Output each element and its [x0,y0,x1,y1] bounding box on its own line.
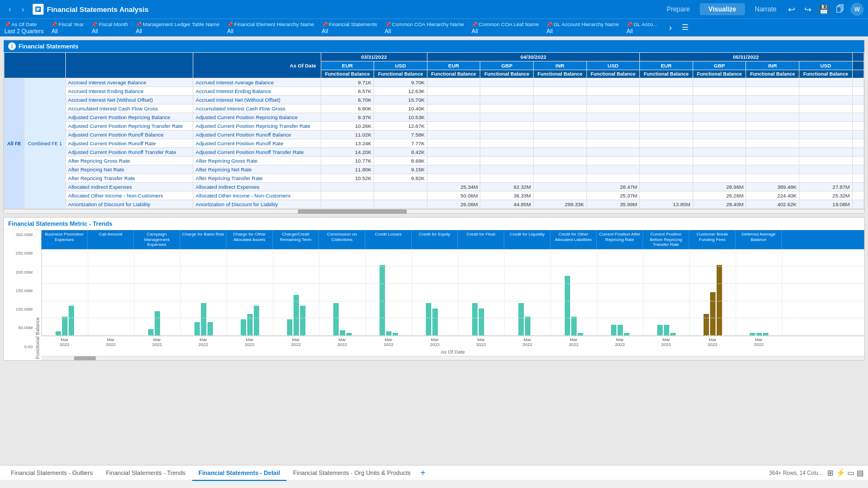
curr-usd-2: USD [586,61,640,70]
date-0331-header: 03/31/2022 [321,53,427,61]
func-6: Functional Balance [586,70,640,78]
filter-mgmt-ledger[interactable]: 📌 Management Ledger Table Name All [136,21,219,34]
filter-fin-element[interactable]: 📌 Financial Element Hierarchy Name All [227,21,314,34]
chart-bar [472,303,478,336]
chart-bar [194,322,200,336]
filter-fin-statements[interactable]: 📌 Financial Statements All [322,21,377,34]
curr-usd-3: USD [799,61,852,70]
chart-horizontal-scrollbar[interactable] [41,356,864,360]
value-cell [533,131,586,139]
chart-title: Financial Statements Metric - Trends [4,218,864,230]
filter-gl-account-hier[interactable]: 📌 GL Account Hierarchy Name All [546,21,619,34]
value-cell [586,96,640,104]
chart-bar [333,303,339,336]
value-cell [746,131,799,139]
chart-bar [670,333,676,336]
nav-arrows: ‹ › [4,4,28,15]
value-cell [586,87,640,96]
value-cell [533,148,586,157]
chart-bar [155,311,160,336]
tab-visualize[interactable]: Visualize [700,3,745,15]
name1-cell: Allocated Other Income - Non-Customers [66,192,193,200]
filter-more-button[interactable]: › [669,23,671,33]
filter-common-coa-hier[interactable]: 📌 Common COA Hierarchy Name All [385,21,464,34]
value-cell: 28.47M [586,183,640,192]
tab-detail[interactable]: Financial Statements - Detail [192,466,287,481]
filter-common-coa-leaf[interactable]: 📌 Common COA Leaf Name All [472,21,539,34]
chart-content: 300.00M 250.00M 200.00M 150.00M 100.00M … [4,230,864,360]
value-cell [640,131,693,139]
refresh-icon[interactable]: ⚡ [836,468,845,477]
func-2: Functional Balance [374,70,427,78]
chart-bar-group [551,249,597,336]
layout-icon[interactable]: ▭ [847,468,854,477]
tab-outliers[interactable]: Financial Statements - Outliers [4,466,99,481]
redo-button[interactable]: ↪ [802,3,814,15]
chart-scrollbar-thumb[interactable] [74,356,96,360]
value-cell [374,200,427,209]
back-button[interactable]: ‹ [4,4,15,15]
add-tab-button[interactable]: + [417,466,429,480]
name1-cell: Accrued Interest Net (Without Offset) [66,96,193,104]
tab-org-units[interactable]: Financial Statements - Org Units & Produ… [286,466,417,481]
value-cell: 10.52K [321,174,374,183]
toolbar-right: ↩ ↪ 💾 🗍 W [785,3,864,16]
save-button[interactable]: 💾 [818,3,830,15]
value-cell: 10.26K [321,122,374,131]
value-cell: 15.70K [374,96,427,104]
value-cell [693,96,746,104]
overflow-cell [852,139,864,148]
table-horizontal-scrollbar[interactable] [4,209,864,213]
chart-col-header: Credit for Liquidity [504,230,551,249]
undo-button[interactable]: ↩ [785,3,797,15]
section-title: Financial Statements [19,43,78,50]
value-cell [427,131,480,139]
filter-fiscal-month[interactable]: 📌 Fiscal Month All [91,21,128,34]
filter-as-of-date[interactable]: 📌 As Of Date Last 2 Quarters [4,21,44,34]
export-button[interactable]: 🗍 [834,3,846,15]
table-scroll-wrapper[interactable]: As Of Date 03/31/2022 04/30/2022 05/31/2… [4,52,864,209]
value-cell: 9.70K [374,78,427,87]
chart-x-label-group: Mar2022 [736,336,782,348]
grid-icon[interactable]: ▤ [857,468,864,477]
value-cell [480,78,534,87]
chart-bar [657,325,663,336]
name1-cell: Adjusted Current Position Runoff Transfe… [66,148,193,157]
user-button[interactable]: W [851,3,864,16]
value-cell [586,131,640,139]
chart-bar-group [273,249,320,336]
value-cell [586,148,640,157]
value-cell [586,174,640,183]
tab-narrate[interactable]: Narrate [746,3,785,15]
table-scrollbar-thumb[interactable] [298,209,407,214]
forward-button[interactable]: › [17,4,28,15]
info-icon[interactable]: i [8,42,16,50]
value-cell [693,113,746,122]
value-cell [746,113,799,122]
name2-cell: After Repricing Transfer Rate [193,174,321,183]
chart-bar [750,333,755,336]
value-cell [480,131,534,139]
filter-gl-acct[interactable]: 📌 GL Acco... All [626,21,659,34]
name1-cell: Adjusted Current Position Repricing Bala… [66,113,193,122]
filter-fiscal-year[interactable]: 📌 Fiscal Year All [51,21,84,34]
value-cell [321,200,374,209]
func-9: Functional Balance [746,70,799,78]
chart-x-label-group: Mar2022 [643,336,689,348]
overflow-curr [852,61,864,70]
value-cell [480,139,534,148]
tab-prepare[interactable]: Prepare [658,3,699,15]
func-4: Functional Balance [480,70,534,78]
name1-cell: After Repricing Transfer Rate [66,174,193,183]
tab-trends[interactable]: Financial Statements - Trends [99,466,192,481]
chart-x-label-group: Mar2022 [412,336,458,348]
chart-x-label-group: Mar2022 [551,336,597,348]
filter-menu-button[interactable]: ☰ [680,21,692,33]
pin-icon: 📌 [4,22,10,27]
filter-icon[interactable]: ⊞ [827,468,834,477]
value-cell [533,78,586,87]
name2-cell: Accumulated Interest Cash Flow Gross [193,104,321,113]
value-cell [799,113,852,122]
overflow-cell [852,165,864,174]
chart-bar-group [597,249,644,336]
